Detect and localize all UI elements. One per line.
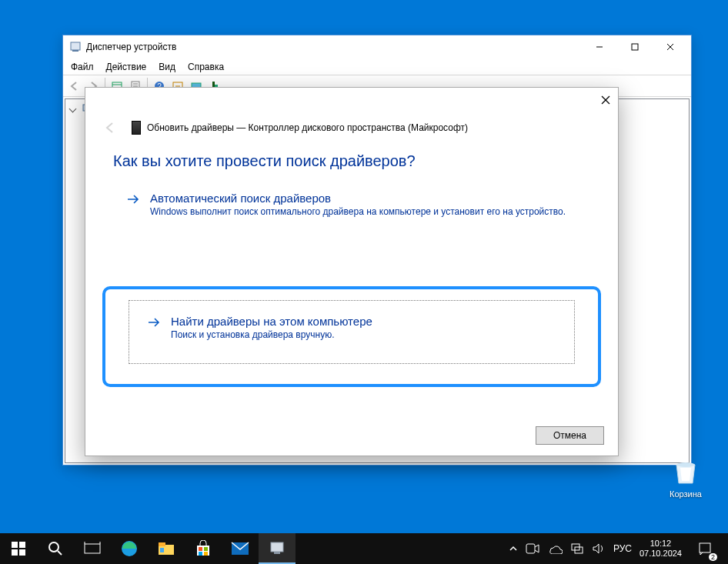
taskbar-store[interactable] — [185, 533, 222, 564]
svg-rect-43 — [526, 544, 535, 553]
svg-rect-33 — [159, 542, 165, 546]
menu-view[interactable]: Вид — [152, 60, 182, 74]
arrow-right-icon — [125, 192, 141, 207]
menu-help[interactable]: Справка — [182, 60, 230, 74]
maximize-button[interactable] — [617, 35, 653, 58]
desktop-recycle-bin-label: Корзина — [657, 489, 714, 499]
window-titlebar[interactable]: Диспетчер устройств — [63, 35, 691, 58]
svg-rect-0 — [71, 42, 80, 50]
svg-rect-41 — [271, 542, 283, 552]
tray-clock[interactable]: 10:12 07.10.2024 — [640, 539, 682, 558]
svg-rect-46 — [700, 543, 710, 552]
svg-rect-39 — [204, 552, 208, 556]
minimize-button[interactable] — [582, 35, 617, 58]
option-auto-search[interactable]: Автоматический поиск драйверов Windows в… — [85, 185, 618, 223]
dialog-header-text: Обновить драйверы — Контроллер дискового… — [147, 122, 468, 133]
svg-rect-37 — [204, 547, 208, 551]
taskbar-edge[interactable] — [111, 533, 148, 564]
taskbar-file-explorer[interactable] — [148, 533, 185, 564]
option-manual-title: Найти драйверы на этом компьютере — [171, 315, 372, 328]
svg-rect-28 — [85, 544, 100, 553]
svg-rect-23 — [19, 542, 25, 548]
svg-rect-36 — [199, 547, 202, 551]
dialog-question: Как вы хотите провести поиск драйверов? — [85, 145, 618, 185]
tray-meet-now-icon[interactable] — [526, 543, 539, 554]
svg-rect-3 — [632, 44, 638, 50]
svg-rect-25 — [19, 549, 25, 556]
start-button[interactable] — [0, 533, 37, 564]
taskbar-mail[interactable] — [222, 533, 259, 564]
close-window-button[interactable] — [653, 35, 688, 58]
svg-point-21 — [676, 462, 695, 467]
arrow-right-icon — [146, 315, 162, 330]
update-driver-dialog: Обновить драйверы — Контроллер дискового… — [85, 87, 619, 456]
dialog-footer: Отмена — [536, 426, 604, 445]
desktop-recycle-bin[interactable]: Корзина — [657, 456, 714, 499]
toolbar-back-button[interactable] — [66, 78, 83, 95]
tree-caret-icon — [69, 105, 77, 112]
svg-rect-22 — [12, 542, 18, 548]
menu-action[interactable]: Действие — [100, 60, 153, 74]
option-auto-title: Автоматический поиск драйверов — [150, 192, 566, 205]
task-view-button[interactable] — [74, 533, 111, 564]
svg-point-26 — [49, 542, 58, 552]
tray-language[interactable]: РУС — [613, 543, 632, 554]
taskbar-device-manager[interactable] — [259, 533, 296, 564]
tray-time: 10:12 — [640, 539, 682, 549]
option-manual-subtitle: Поиск и установка драйвера вручную. — [171, 329, 372, 340]
menu-bar: Файл Действие Вид Справка — [63, 58, 691, 75]
svg-rect-24 — [12, 549, 18, 556]
option-manual-search-highlight: Найти драйверы на этом компьютере Поиск … — [102, 286, 601, 387]
taskbar: РУС 10:12 07.10.2024 2 — [0, 533, 728, 564]
tray-date: 07.10.2024 — [640, 549, 682, 559]
svg-rect-1 — [72, 50, 78, 52]
tray-volume-icon[interactable] — [592, 542, 606, 555]
device-manager-icon — [69, 41, 82, 53]
search-button[interactable] — [37, 533, 74, 564]
tray-network-icon[interactable] — [570, 542, 584, 555]
system-tray: РУС 10:12 07.10.2024 2 — [501, 533, 728, 564]
cancel-button[interactable]: Отмена — [536, 426, 604, 445]
option-manual-search[interactable]: Найти драйверы на этом компьютере Поиск … — [129, 300, 575, 364]
svg-rect-34 — [160, 548, 164, 552]
option-auto-subtitle: Windows выполнит поиск оптимального драй… — [150, 206, 566, 217]
svg-rect-42 — [274, 552, 280, 554]
recycle-bin-icon — [670, 456, 701, 486]
window-title: Диспетчер устройств — [86, 42, 582, 52]
menu-file[interactable]: Файл — [65, 60, 100, 74]
tray-notifications-button[interactable]: 2 — [690, 533, 720, 564]
dialog-header: Обновить драйверы — Контроллер дискового… — [85, 88, 618, 145]
dialog-back-button[interactable] — [101, 118, 119, 137]
device-icon — [132, 121, 141, 135]
tray-notifications-count: 2 — [709, 553, 717, 561]
svg-rect-38 — [199, 552, 202, 556]
tray-overflow-button[interactable] — [509, 544, 518, 553]
svg-line-27 — [58, 551, 62, 555]
tray-onedrive-icon[interactable] — [547, 543, 563, 554]
dialog-close-button[interactable] — [598, 92, 613, 108]
